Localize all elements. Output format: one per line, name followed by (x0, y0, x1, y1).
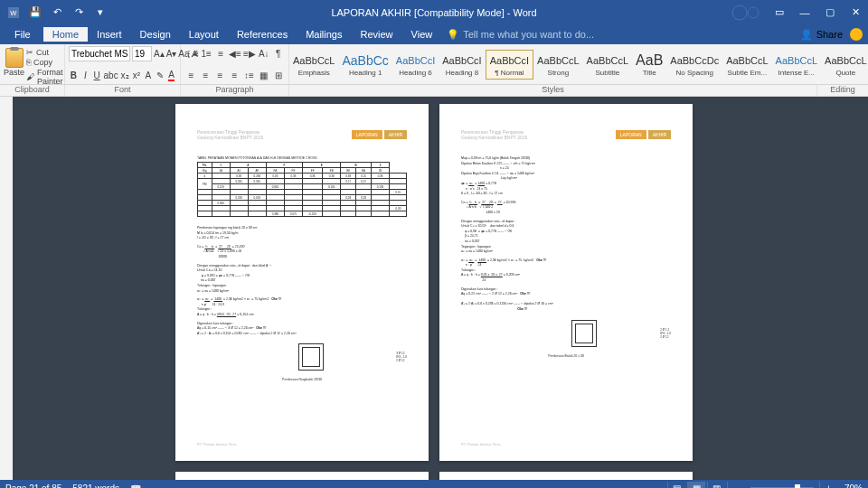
document-page-bottom-right: Perencanaan Tinggi PengawasGedung Kembal… (439, 472, 693, 480)
style-heading1[interactable]: AaBbCcHeading 1 (338, 51, 392, 79)
shading-button[interactable]: ▦ (257, 68, 270, 82)
header-badge: LAPORANAKHIR (616, 130, 671, 139)
save-button[interactable]: 💾 (25, 3, 45, 23)
svg-text:W: W (10, 9, 17, 17)
style-heading6[interactable]: AaBbCcIHeading 6 (392, 51, 439, 79)
document-page-right: Perencanaan Tinggi PengawasGedung Kembal… (439, 104, 693, 461)
bulb-icon: 💡 (447, 29, 459, 41)
style-emphasis[interactable]: AaBbCcLEmphasis (289, 51, 338, 79)
bold-button[interactable]: B (69, 68, 79, 82)
text-effects[interactable]: A (143, 68, 153, 82)
subscript-button[interactable]: x₂ (120, 68, 130, 82)
spell-check-icon[interactable]: 📖 (130, 483, 141, 488)
align-left[interactable]: ≡ (184, 68, 198, 82)
ribbon-options[interactable]: ▭ (767, 0, 792, 24)
title-bar: W 💾 ↶ ↷ ▾ LAPORAN AKHIR [Compatibility M… (0, 0, 868, 24)
maximize-button[interactable]: ▢ (817, 0, 843, 24)
style-strong[interactable]: AaBbCcLStrong (533, 51, 582, 79)
grow-font[interactable]: A▴ (154, 47, 165, 61)
minimize-button[interactable]: — (792, 0, 817, 24)
redo-button[interactable]: ↷ (69, 3, 89, 23)
font-color[interactable]: A (166, 68, 176, 82)
svg-point-3 (748, 7, 759, 18)
vertical-ruler (0, 97, 13, 480)
format-painter-button[interactable]: 🖌Format Painter (26, 68, 63, 86)
face-icon[interactable] (850, 28, 863, 41)
tab-review[interactable]: Review (352, 27, 402, 42)
style-subtitle[interactable]: AaBbCcLSubtitle (583, 51, 632, 79)
word-icon[interactable]: W (4, 3, 24, 23)
share-icon: 👤 (800, 29, 813, 41)
close-button[interactable]: ✕ (843, 0, 868, 24)
copy-icon: ⎘ (26, 58, 31, 67)
group-paragraph: ⋮≡ 1≡ ≡ ◀≡ ≡▶ A↓ ¶ ≡ ≡ ≡ ≡ ↕≡ ▦ ⊞ (181, 44, 289, 84)
style-nospacing[interactable]: AaBbCcDcNo Spacing (666, 51, 722, 79)
sort-button[interactable]: A↓ (257, 46, 270, 61)
section-diagram (298, 343, 324, 371)
tell-me-search[interactable]: 💡Tell me what you want to do... (447, 29, 594, 41)
style-normal[interactable]: AaBbCcI¶ Normal (486, 50, 533, 80)
page-footer: PT. Panata Inovasi Terra (197, 442, 237, 446)
paste-button[interactable]: Paste (4, 46, 24, 82)
tab-file[interactable]: File (2, 27, 43, 42)
document-page-bottom-left: Perencanaan Tinggi PengawasGedung Kembal… (175, 472, 429, 480)
style-quote[interactable]: AaBbCcLQuote (821, 51, 868, 79)
style-subtleem[interactable]: AaBbCcLSubtle Em... (722, 51, 771, 79)
font-size-select[interactable] (132, 46, 152, 61)
web-layout-button[interactable]: ▥ (707, 482, 725, 488)
tab-home[interactable]: Home (43, 27, 88, 42)
underline-button[interactable]: U (92, 68, 102, 82)
quick-access-toolbar: W 💾 ↶ ↷ ▾ (0, 3, 114, 23)
header-badge: LAPORANAKHIR (352, 130, 407, 139)
page-indicator[interactable]: Page 21 of 85 (5, 483, 61, 488)
tab-view[interactable]: View (402, 27, 442, 42)
superscript-button[interactable]: x² (132, 68, 142, 82)
tab-layout[interactable]: Layout (180, 27, 228, 42)
zoom-out-button[interactable]: − (727, 482, 745, 488)
brush-icon: 🖌 (26, 72, 34, 81)
read-mode-button[interactable]: ▤ (667, 482, 685, 488)
document-area[interactable]: Perencanaan Tinggi PengawasGedung Kembal… (0, 97, 868, 480)
word-count[interactable]: 5821 words (72, 483, 119, 488)
decoration-swirl (731, 4, 767, 22)
document-page-left: Perencanaan Tinggi PengawasGedung Kembal… (175, 104, 429, 461)
paste-icon (5, 48, 24, 68)
style-title[interactable]: AaBTitle (632, 51, 666, 79)
scissors-icon: ✂ (26, 48, 33, 57)
status-bar: Page 21 of 85 5821 words 📖 ▤ ▦ ▥ − + 70% (0, 480, 868, 488)
zoom-level[interactable]: 70% (844, 483, 863, 488)
zoom-in-button[interactable]: + (819, 482, 837, 488)
inc-indent[interactable]: ≡▶ (242, 46, 256, 61)
numbering-button[interactable]: 1≡ (200, 46, 213, 61)
dec-indent[interactable]: ◀≡ (229, 46, 242, 61)
qat-more[interactable]: ▾ (90, 3, 110, 23)
ribbon-tabs: File Home Insert Design Layout Reference… (0, 24, 868, 44)
svg-point-2 (732, 5, 747, 20)
align-justify[interactable]: ≡ (228, 68, 241, 82)
show-marks[interactable]: ¶ (271, 46, 285, 61)
style-intensee[interactable]: AaBbCcLIntense E... (772, 51, 821, 79)
bullets-button[interactable]: ⋮≡ (184, 46, 199, 61)
ribbon: Paste ✂Cut ⎘Copy 🖌Format Painter A▴ A▾ A… (0, 44, 868, 85)
page-footer: PT. Panata Inovasi Terra (461, 442, 501, 446)
strike-button[interactable]: abc (104, 68, 118, 82)
line-spacing[interactable]: ↕≡ (242, 68, 256, 82)
font-name-select[interactable] (69, 46, 130, 61)
copy-button[interactable]: ⎘Copy (26, 58, 63, 67)
highlight-button[interactable]: ✎ (155, 68, 165, 82)
style-heading8[interactable]: AaBbCcIHeading 8 (439, 51, 485, 79)
tab-insert[interactable]: Insert (88, 27, 131, 42)
undo-button[interactable]: ↶ (47, 3, 67, 23)
print-layout-button[interactable]: ▦ (687, 482, 705, 488)
italic-button[interactable]: I (80, 68, 90, 82)
align-center[interactable]: ≡ (199, 68, 212, 82)
shrink-font[interactable]: A▾ (166, 47, 177, 61)
borders-button[interactable]: ⊞ (271, 68, 285, 82)
tab-mailings[interactable]: Mailings (297, 27, 351, 42)
cut-button[interactable]: ✂Cut (26, 48, 63, 57)
share-button[interactable]: 👤Share (793, 29, 850, 41)
multilevel-button[interactable]: ≡ (214, 46, 228, 61)
align-right[interactable]: ≡ (213, 68, 227, 82)
tab-design[interactable]: Design (131, 27, 180, 42)
tab-references[interactable]: References (228, 27, 297, 42)
